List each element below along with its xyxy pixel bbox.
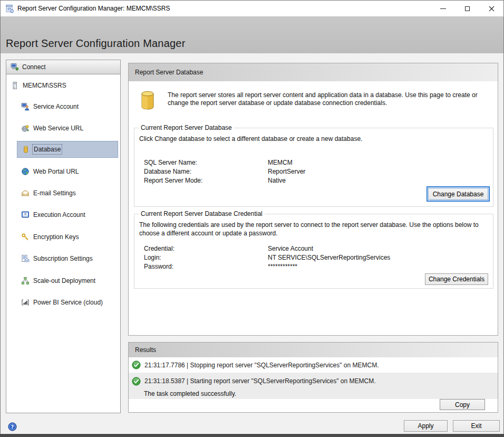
sidebar-item-label: Power BI Service (cloud)	[33, 299, 103, 306]
taskbar-edge	[0, 434, 504, 437]
connect-button[interactable]: Connect	[6, 60, 120, 74]
login-value: NT SERVICE\SQLServerReportingServices	[268, 254, 390, 261]
results-panel: Results 21:31:17.7786 | Stopping report …	[128, 342, 498, 413]
results-title: Results	[135, 346, 156, 354]
exit-button[interactable]: Exit	[453, 420, 500, 432]
sidebar-item-label: Database	[34, 146, 61, 153]
change-credentials-button[interactable]: Change Credentials	[425, 273, 488, 285]
current-credential-group-title: Current Report Server Database Credentia…	[139, 210, 265, 217]
window-controls	[431, 1, 503, 16]
sidebar-item-label: Execution Account	[33, 211, 85, 218]
success-check-icon	[132, 360, 141, 369]
sidebar-item-label: MEMCM\SSRS	[23, 82, 66, 89]
sql-server-name-value: MEMCM	[268, 159, 293, 166]
database-page-panel: Report Server Database The report server…	[128, 63, 498, 336]
execution-account-icon	[21, 211, 30, 219]
change-database-button[interactable]: Change Database	[428, 188, 488, 200]
database-icon	[22, 145, 30, 154]
sidebar-item-server[interactable]: MEMCM\SSRS	[6, 77, 120, 94]
sidebar-item-encryption-keys[interactable]: Encryption Keys	[6, 229, 120, 245]
sql-server-name-label: SQL Server Name:	[144, 159, 197, 166]
sidebar: Connect MEMCM\SSRS Service Account	[6, 60, 121, 413]
sidebar-item-subscription-settings[interactable]: Subscription Settings	[6, 250, 120, 267]
web-portal-url-icon	[21, 167, 30, 176]
result-entry-text: 21:31:17.7786 | Stopping report server "…	[144, 362, 379, 369]
result-entry-text: 21:31:18.5387 | Starting report server "…	[144, 377, 376, 385]
scale-out-deployment-icon	[21, 277, 30, 285]
web-service-url-icon	[21, 124, 30, 132]
credential-label: Credential:	[144, 245, 175, 252]
database-page-description: The report server stores all report serv…	[168, 91, 492, 107]
sidebar-item-email-settings[interactable]: E-mail Settings	[6, 185, 120, 202]
database-name-value: ReportServer	[268, 168, 305, 175]
sidebar-item-label: Subscription Settings	[33, 255, 93, 262]
credential-value: Service Account	[268, 245, 313, 252]
results-header: Results	[129, 343, 498, 357]
sidebar-item-label: Encryption Keys	[33, 233, 79, 241]
connect-label: Connect	[22, 63, 46, 71]
report-server-mode-label: Report Server Mode:	[144, 177, 202, 184]
power-bi-icon	[21, 298, 30, 307]
current-database-group-description: Click Change database to select a differ…	[139, 135, 489, 143]
sidebar-item-label: E-mail Settings	[33, 189, 76, 197]
sidebar-item-service-account[interactable]: Service Account	[6, 98, 120, 115]
sidebar-item-execution-account[interactable]: Execution Account	[6, 206, 120, 223]
maximize-button[interactable]	[455, 1, 479, 16]
page-title: Report Server Configuration Manager	[6, 37, 186, 50]
service-account-icon	[21, 102, 30, 111]
result-entry-stopping: 21:31:17.7786 | Stopping report server "…	[129, 357, 498, 373]
help-icon[interactable]: ?	[8, 422, 17, 431]
database-name-label: Database Name:	[144, 168, 191, 175]
connect-icon	[11, 63, 19, 71]
database-large-icon	[140, 91, 155, 110]
report-config-app-icon	[5, 4, 14, 13]
password-label: Password:	[144, 263, 173, 270]
copy-button[interactable]: Copy	[440, 399, 485, 410]
window-title: Report Server Configuration Manager: MEM…	[17, 5, 170, 12]
current-database-group-title: Current Report Server Database	[139, 124, 234, 131]
maximize-icon	[465, 6, 470, 11]
sidebar-item-label: Service Account	[33, 103, 79, 110]
result-entry-starting: 21:31:18.5387 | Starting report server "…	[129, 376, 498, 386]
svg-text:?: ?	[11, 424, 14, 430]
current-database-group: Current Report Server Database Click Cha…	[134, 128, 493, 207]
title-bar: Report Server Configuration Manager: MEM…	[1, 1, 503, 16]
header-banner: Report Server Configuration Manager	[1, 16, 503, 53]
app-window: Report Server Configuration Manager: MEM…	[0, 0, 504, 434]
current-credential-group-description: The following credentials are used by th…	[139, 221, 489, 238]
report-server-mode-value: Native	[268, 177, 286, 184]
result-band: 21:31:18.5387 | Starting report server "…	[129, 373, 498, 399]
minimize-icon	[440, 8, 446, 9]
sidebar-item-web-service-url[interactable]: Web Service URL	[6, 120, 120, 137]
server-icon	[11, 81, 19, 90]
apply-button[interactable]: Apply	[404, 420, 448, 432]
sidebar-item-database[interactable]: Database	[17, 141, 118, 158]
sidebar-item-power-bi-service[interactable]: Power BI Service (cloud)	[6, 294, 120, 311]
sidebar-item-web-portal-url[interactable]: Web Portal URL	[6, 163, 120, 180]
subscription-settings-icon	[21, 254, 30, 263]
database-page-header: Report Server Database	[129, 63, 498, 81]
close-icon	[489, 6, 495, 12]
close-button[interactable]	[479, 1, 503, 16]
current-credential-group: Current Report Server Database Credentia…	[134, 214, 493, 289]
task-status-text: The task completed successfully.	[144, 390, 236, 397]
sidebar-item-scale-out-deployment[interactable]: Scale-out Deployment	[6, 272, 120, 289]
password-value: ************	[268, 263, 297, 270]
database-page-title: Report Server Database	[135, 69, 203, 76]
login-label: Login:	[144, 254, 161, 261]
encryption-keys-icon	[21, 233, 30, 241]
minimize-button[interactable]	[431, 1, 455, 16]
email-settings-icon	[21, 189, 30, 197]
sidebar-item-label: Web Service URL	[33, 125, 83, 132]
success-check-icon	[132, 377, 141, 386]
sidebar-item-label: Web Portal URL	[33, 168, 79, 175]
sidebar-item-label: Scale-out Deployment	[33, 277, 95, 284]
